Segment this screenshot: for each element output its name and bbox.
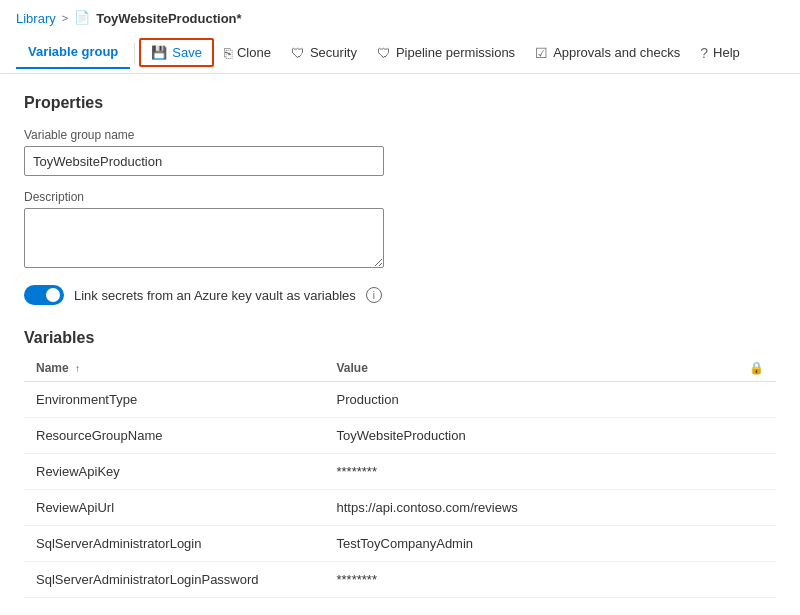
page-icon: 📄 xyxy=(74,10,90,26)
variables-section: Variables Name ↑ Value 🔒 EnvironmentType… xyxy=(24,329,776,598)
variable-group-name-label: Variable group name xyxy=(24,128,776,142)
variable-name: ResourceGroupName xyxy=(24,418,325,454)
variable-lock-cell xyxy=(737,490,776,526)
clone-label: Clone xyxy=(237,45,271,60)
description-label: Description xyxy=(24,190,776,204)
variable-value: TestToyCompanyAdmin xyxy=(325,526,737,562)
tab-variable-group[interactable]: Variable group xyxy=(16,36,130,69)
description-field: Description xyxy=(24,190,776,271)
variables-table: Name ↑ Value 🔒 EnvironmentTypeProduction… xyxy=(24,355,776,598)
variable-value: https://api.contoso.com/reviews xyxy=(325,490,737,526)
security-button[interactable]: 🛡 Security xyxy=(281,40,367,66)
variable-name: SqlServerAdministratorLoginPassword xyxy=(24,562,325,598)
pipeline-permissions-label: Pipeline permissions xyxy=(396,45,515,60)
help-icon: ? xyxy=(700,45,708,61)
variable-name: ReviewApiKey xyxy=(24,454,325,490)
toggle-row: Link secrets from an Azure key vault as … xyxy=(24,285,776,305)
info-icon[interactable]: i xyxy=(366,287,382,303)
save-button[interactable]: 💾 Save xyxy=(139,38,214,67)
security-label: Security xyxy=(310,45,357,60)
table-row: ReviewApiUrlhttps://api.contoso.com/revi… xyxy=(24,490,776,526)
variable-value: ******** xyxy=(325,562,737,598)
help-label: Help xyxy=(713,45,740,60)
clone-button[interactable]: ⎘ Clone xyxy=(214,40,281,66)
variable-group-name-field: Variable group name xyxy=(24,128,776,176)
variable-name: SqlServerAdministratorLogin xyxy=(24,526,325,562)
approvals-label: Approvals and checks xyxy=(553,45,680,60)
approvals-button[interactable]: ☑ Approvals and checks xyxy=(525,40,690,66)
table-header-row: Name ↑ Value 🔒 xyxy=(24,355,776,382)
save-label: Save xyxy=(172,45,202,60)
table-row: SqlServerAdministratorLoginPassword*****… xyxy=(24,562,776,598)
pipeline-icon: 🛡 xyxy=(377,45,391,61)
variable-lock-cell xyxy=(737,382,776,418)
lock-column-header: 🔒 xyxy=(737,355,776,382)
toggle-label: Link secrets from an Azure key vault as … xyxy=(74,288,356,303)
name-column-header: Name ↑ xyxy=(24,355,325,382)
pipeline-permissions-button[interactable]: 🛡 Pipeline permissions xyxy=(367,40,525,66)
approvals-icon: ☑ xyxy=(535,45,548,61)
main-content: Properties Variable group name Descripti… xyxy=(0,74,800,615)
variable-lock-cell xyxy=(737,454,776,490)
lock-header-icon: 🔒 xyxy=(749,361,764,375)
properties-title: Properties xyxy=(24,94,776,112)
toolbar-divider xyxy=(134,43,135,63)
variables-title: Variables xyxy=(24,329,776,347)
description-input[interactable] xyxy=(24,208,384,268)
table-row: EnvironmentTypeProduction xyxy=(24,382,776,418)
variable-lock-cell xyxy=(737,562,776,598)
page-title: ToyWebsiteProduction* xyxy=(96,11,241,26)
toolbar: Variable group 💾 Save ⎘ Clone 🛡 Security… xyxy=(0,32,800,74)
variable-value: ToyWebsiteProduction xyxy=(325,418,737,454)
table-row: ReviewApiKey******** xyxy=(24,454,776,490)
value-column-header: Value xyxy=(325,355,737,382)
table-row: SqlServerAdministratorLoginTestToyCompan… xyxy=(24,526,776,562)
variable-group-name-input[interactable] xyxy=(24,146,384,176)
breadcrumb-separator: > xyxy=(62,12,68,24)
variable-lock-cell xyxy=(737,526,776,562)
variable-lock-cell xyxy=(737,418,776,454)
shield-icon: 🛡 xyxy=(291,45,305,61)
sort-arrow-icon[interactable]: ↑ xyxy=(75,363,80,374)
table-row: ResourceGroupNameToyWebsiteProduction xyxy=(24,418,776,454)
breadcrumb: Library > 📄 ToyWebsiteProduction* xyxy=(0,0,800,32)
toggle-knob xyxy=(46,288,60,302)
library-link[interactable]: Library xyxy=(16,11,56,26)
variable-name: ReviewApiUrl xyxy=(24,490,325,526)
save-icon: 💾 xyxy=(151,45,167,60)
variable-name: EnvironmentType xyxy=(24,382,325,418)
variable-value: ******** xyxy=(325,454,737,490)
variable-value: Production xyxy=(325,382,737,418)
properties-section: Properties Variable group name Descripti… xyxy=(24,94,776,305)
help-button[interactable]: ? Help xyxy=(690,40,750,66)
clone-icon: ⎘ xyxy=(224,45,232,61)
keyvault-toggle[interactable] xyxy=(24,285,64,305)
